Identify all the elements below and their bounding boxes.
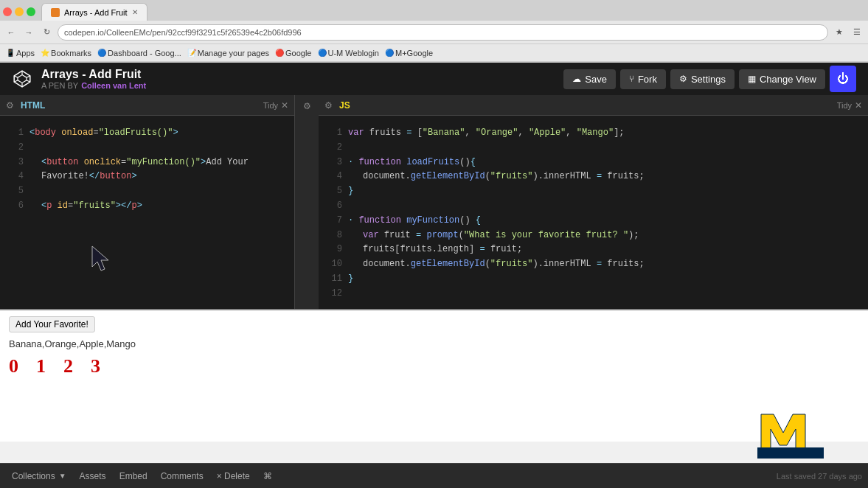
preview-index-2: 2 [63, 355, 73, 377]
active-tab[interactable]: Arrays - Add Fruit ✕ [41, 3, 147, 21]
js-settings-icon[interactable]: ⚙ [324, 100, 335, 111]
middle-css-panel: ⚙ [295, 95, 319, 309]
browser-chrome: Arrays - Add Fruit ✕ ← → ↻ codepen.io/Co… [0, 0, 868, 63]
last-saved-text: Last saved 27 days ago [777, 472, 862, 481]
pen-author: Colleen van Lent [81, 81, 146, 90]
university-logo [757, 407, 824, 459]
keyboard-shortcut-icon[interactable]: ⌘ [257, 468, 278, 484]
close-window-btn[interactable] [3, 7, 12, 16]
pen-by-label: A PEN BY [41, 81, 78, 90]
pen-author-line: A PEN BY Colleen van Lent [41, 81, 146, 90]
bookmark-weblogin[interactable]: 🔵U-M Weblogin [318, 49, 380, 57]
settings-icon[interactable]: ☰ [850, 26, 864, 39]
header-actions: ☁ Save ⑂ Fork ⚙ Settings ▦ Change View ⏻ [563, 66, 856, 92]
view-icon: ▦ [748, 74, 756, 84]
preview-index-3: 3 [91, 355, 100, 377]
js-tidy-button[interactable]: Tidy [837, 101, 852, 110]
codepen-logo [12, 69, 32, 89]
bookmark-manage[interactable]: 📝Manage your pages [187, 49, 269, 57]
fork-button[interactable]: ⑂ Fork [620, 69, 666, 89]
js-code-content[interactable]: 1var fruits = ["Banana", "Orange", "Appl… [319, 116, 868, 309]
save-button[interactable]: ☁ Save [563, 69, 616, 89]
js-panel-title: JS [339, 100, 837, 111]
power-icon: ⏻ [837, 72, 849, 86]
power-button[interactable]: ⏻ [830, 66, 856, 92]
preview-fruits-text: Banana,Orange,Apple,Mango [9, 338, 859, 349]
preview-index-0: 0 [9, 355, 18, 377]
reload-btn[interactable]: ↻ [40, 26, 53, 39]
bottom-bar: Collections ▼ Assets Embed Comments × De… [0, 463, 868, 488]
back-btn[interactable]: ← [4, 26, 18, 39]
html-panel-header: ⚙ HTML Tidy ✕ [0, 95, 294, 116]
js-panel-header: ⚙ JS Tidy ✕ [319, 95, 868, 116]
js-panel: ⚙ JS Tidy ✕ 1var fruits = ["Banana", "Or… [319, 95, 868, 309]
dropdown-arrow-icon: ▼ [59, 472, 66, 480]
minimize-window-btn[interactable] [15, 7, 24, 16]
html-panel-title: HTML [21, 100, 263, 111]
preview-area: Add Your Favorite! Banana,Orange,Apple,M… [0, 309, 868, 442]
cloud-icon: ☁ [572, 74, 581, 84]
tab-close-icon[interactable]: ✕ [132, 8, 138, 16]
change-view-button[interactable]: ▦ Change View [739, 69, 825, 89]
svg-rect-10 [757, 447, 824, 459]
maximize-window-btn[interactable] [27, 7, 35, 16]
preview-index-1: 1 [36, 355, 46, 377]
tab-favicon [51, 8, 60, 17]
css-settings-icon[interactable]: ⚙ [303, 101, 311, 111]
tab-title: Arrays - Add Fruit [64, 8, 128, 17]
bookmark-mplus[interactable]: 🔵M+Google [385, 49, 433, 57]
comments-button[interactable]: Comments [155, 468, 209, 484]
window-controls [3, 7, 35, 16]
bookmark-google[interactable]: 🔴Google [275, 49, 311, 57]
svg-marker-8 [92, 246, 108, 271]
editor-area: ⚙ HTML Tidy ✕ 1<body onload="loadFruits(… [0, 95, 868, 309]
bookmark-dashboard[interactable]: 🔵Dashboard - Goog... [97, 49, 181, 57]
bookmark-bookmarks[interactable]: ⭐Bookmarks [41, 49, 91, 57]
html-panel: ⚙ HTML Tidy ✕ 1<body onload="loadFruits(… [0, 95, 295, 309]
settings-button[interactable]: ⚙ Settings [670, 69, 735, 89]
forward-btn[interactable]: → [22, 26, 35, 39]
js-close-icon[interactable]: ✕ [855, 100, 862, 111]
svg-marker-9 [761, 414, 805, 451]
preview-indices: 0 1 2 3 [9, 355, 859, 377]
html-close-icon[interactable]: ✕ [281, 100, 288, 111]
tab-bar: Arrays - Add Fruit ✕ [0, 0, 868, 21]
pen-title-block: Arrays - Add Fruit A PEN BY Colleen van … [41, 68, 146, 90]
gear-icon: ⚙ [679, 74, 687, 84]
cursor-decoration [88, 245, 125, 279]
nav-bar: ← → ↻ codepen.io/ColleenEMc/pen/92ccf99f… [0, 21, 868, 44]
collections-button[interactable]: Collections ▼ [6, 468, 72, 484]
html-code-content[interactable]: 1<body onload="loadFruits()"> 2 3<button… [0, 116, 294, 309]
pen-title: Arrays - Add Fruit [41, 68, 146, 81]
address-bar[interactable]: codepen.io/ColleenEMc/pen/92ccf99f3291c5… [58, 24, 828, 41]
bookmark-star-btn[interactable]: ★ [833, 26, 846, 39]
svg-marker-1 [18, 75, 27, 83]
html-tidy-button[interactable]: Tidy [263, 101, 278, 110]
embed-button[interactable]: Embed [114, 468, 153, 484]
bookmarks-bar: 📱Apps ⭐Bookmarks 🔵Dashboard - Goog... 📝M… [0, 44, 868, 62]
assets-button[interactable]: Assets [74, 468, 112, 484]
preview-add-button[interactable]: Add Your Favorite! [9, 316, 95, 332]
bookmark-apps[interactable]: 📱Apps [6, 49, 35, 57]
delete-button[interactable]: × Delete [211, 468, 256, 484]
url-text: codepen.io/ColleenEMc/pen/92ccf99f3291c5… [64, 28, 302, 37]
codepen-header: Arrays - Add Fruit A PEN BY Colleen van … [0, 63, 868, 95]
html-settings-icon[interactable]: ⚙ [6, 100, 16, 111]
fork-icon: ⑂ [629, 74, 634, 84]
